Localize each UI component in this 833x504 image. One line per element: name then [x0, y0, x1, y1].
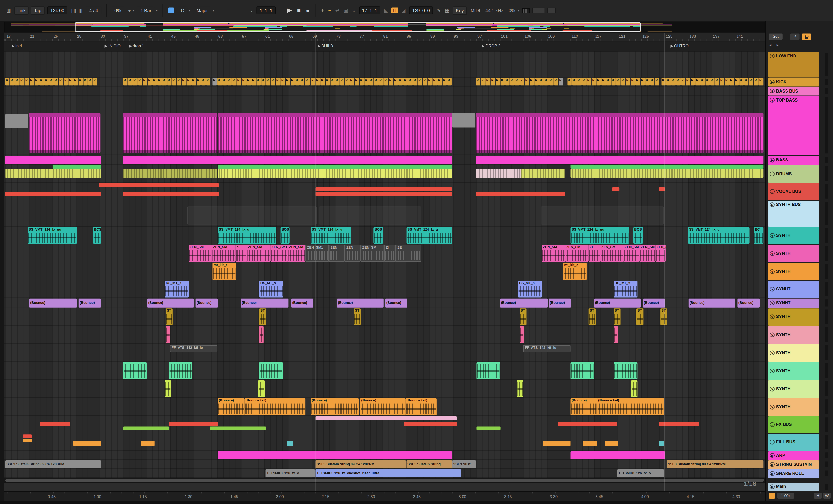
clip[interactable]: BC: [754, 227, 763, 244]
clip[interactable]: D: [25, 78, 29, 86]
clip[interactable]: D: [596, 78, 601, 86]
clip[interactable]: D: [148, 78, 152, 86]
clip[interactable]: D: [559, 78, 563, 86]
clip[interactable]: [659, 441, 664, 446]
clip[interactable]: D: [650, 78, 654, 86]
clip[interactable]: D: [428, 78, 432, 86]
clip[interactable]: SS_VMT_124_fx_qu: [27, 227, 77, 244]
clip[interactable]: [604, 441, 618, 446]
clip[interactable]: [476, 192, 565, 196]
clip[interactable]: [53, 165, 101, 169]
clip[interactable]: D: [227, 78, 231, 86]
clip[interactable]: D: [505, 78, 509, 86]
clip[interactable]: (Bounce): [360, 398, 405, 415]
clip[interactable]: D: [539, 78, 544, 86]
clip[interactable]: D: [74, 78, 78, 86]
clip[interactable]: [541, 207, 664, 224]
clip[interactable]: D: [369, 78, 374, 86]
clip[interactable]: D: [320, 78, 325, 86]
clip[interactable]: [571, 451, 665, 459]
clip[interactable]: D: [695, 78, 700, 86]
clip[interactable]: D: [182, 78, 186, 86]
clip[interactable]: FF_ATS_142_kit_le: [523, 345, 570, 352]
clip[interactable]: ZEN_SM: [189, 245, 212, 262]
clip[interactable]: ZEN_SM1: [270, 245, 288, 262]
clip[interactable]: D: [636, 78, 640, 86]
clip[interactable]: ZEN_SM: [624, 245, 640, 262]
clip[interactable]: T_TSMK8_126_fx_o: [266, 470, 315, 477]
clip[interactable]: (Bounce): [385, 298, 407, 308]
clip[interactable]: SS_VMT_124_fx_q: [688, 227, 750, 244]
clip[interactable]: [476, 155, 763, 164]
clip[interactable]: ZEN: [345, 245, 361, 262]
clip[interactable]: D: [172, 78, 176, 86]
clip[interactable]: SSE3 Sustain String 09 C# 128BPM: [5, 460, 101, 469]
clip[interactable]: [614, 362, 637, 379]
clip[interactable]: D: [311, 78, 315, 86]
clip[interactable]: [210, 426, 266, 430]
clip[interactable]: [631, 380, 637, 398]
clip[interactable]: [316, 188, 452, 191]
clip[interactable]: (Bounce): [737, 298, 760, 308]
clip[interactable]: [316, 192, 452, 196]
clip[interactable]: BOS: [373, 227, 383, 244]
clip[interactable]: D: [491, 78, 495, 86]
clip[interactable]: D: [379, 78, 383, 86]
clip[interactable]: D: [44, 78, 49, 86]
clip[interactable]: D: [340, 78, 344, 86]
clip[interactable]: D: [196, 78, 201, 86]
clip[interactable]: D: [433, 78, 437, 86]
clip[interactable]: [584, 441, 597, 446]
clip[interactable]: ST: [660, 309, 667, 325]
clip[interactable]: ZE: [589, 245, 600, 262]
clip[interactable]: D: [162, 78, 167, 86]
clip[interactable]: (Bounce): [311, 398, 359, 415]
clip[interactable]: ST: [166, 309, 173, 325]
clip[interactable]: D: [374, 78, 379, 86]
clip[interactable]: D: [554, 78, 558, 86]
clip[interactable]: [404, 422, 457, 426]
clip[interactable]: ZEN_SM1: [656, 245, 666, 262]
clip[interactable]: D: [418, 78, 422, 86]
clip[interactable]: D: [237, 78, 241, 86]
clip[interactable]: D: [300, 78, 305, 86]
clip[interactable]: [169, 362, 192, 379]
clip[interactable]: D: [49, 78, 54, 86]
clip[interactable]: [123, 426, 169, 430]
clip[interactable]: D: [15, 78, 20, 86]
clip[interactable]: DS_MT_s: [518, 281, 542, 297]
clip[interactable]: D: [83, 78, 88, 86]
clip[interactable]: ZEN_SM: [565, 245, 589, 262]
clip[interactable]: D: [133, 78, 137, 86]
clip[interactable]: D: [606, 78, 611, 86]
clip[interactable]: D: [276, 78, 280, 86]
clip[interactable]: BOS: [281, 227, 290, 244]
clip[interactable]: ZEN_SM: [542, 245, 565, 262]
clip[interactable]: D: [59, 78, 63, 86]
clip[interactable]: D: [621, 78, 625, 86]
clip[interactable]: [558, 422, 617, 426]
clip[interactable]: D: [645, 78, 649, 86]
clip[interactable]: ZEN_SM1: [305, 245, 329, 262]
clip[interactable]: (Bounce): [79, 298, 101, 308]
clip[interactable]: D: [295, 78, 300, 86]
clip[interactable]: D: [187, 78, 191, 86]
clip[interactable]: D: [350, 78, 354, 86]
clip[interactable]: D: [759, 78, 763, 86]
clip[interactable]: BCS: [93, 227, 101, 244]
clip[interactable]: [258, 380, 264, 398]
clip[interactable]: [169, 422, 218, 426]
clip[interactable]: D: [447, 78, 452, 86]
clip[interactable]: D: [724, 78, 729, 86]
clip[interactable]: [165, 380, 171, 398]
clip[interactable]: D: [544, 78, 548, 86]
clip[interactable]: D: [681, 78, 685, 86]
horizontal-scrollbar[interactable]: [4, 478, 765, 482]
clip[interactable]: [659, 422, 699, 426]
clip[interactable]: ZEN: [329, 245, 344, 262]
clip[interactable]: D: [577, 78, 581, 86]
clip[interactable]: [123, 362, 147, 379]
clip[interactable]: D: [655, 78, 659, 86]
clip[interactable]: ZE: [396, 245, 421, 262]
clip[interactable]: D: [128, 78, 133, 86]
